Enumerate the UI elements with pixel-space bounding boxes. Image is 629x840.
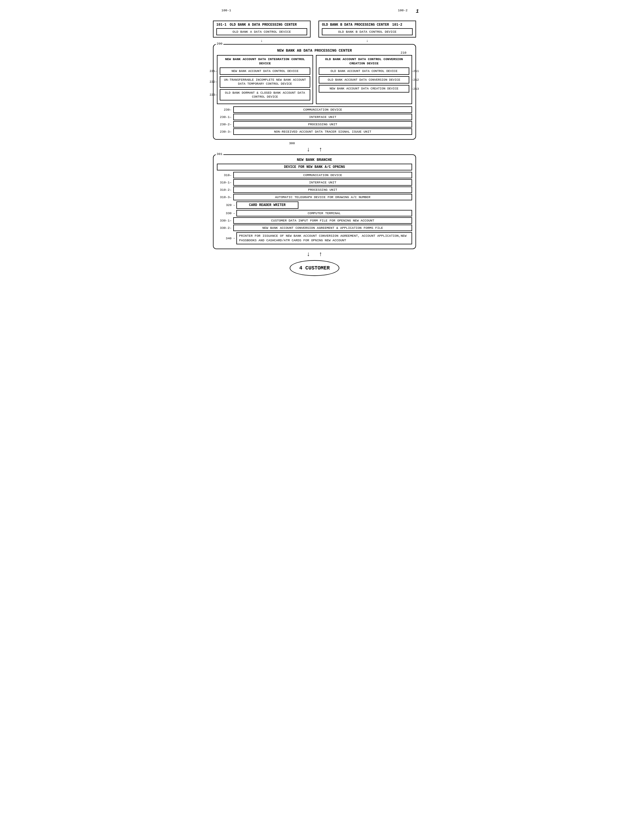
ref-230-2: 230-2– xyxy=(217,122,232,126)
branch-comm-310-3: 310-3– AUTOMATIC TELEGRAPH DEVICE FOR DR… xyxy=(217,194,412,201)
comm-row-230-1: 230-1– INTERFACE UNIT xyxy=(217,114,412,120)
ref-310-3: 310-3– xyxy=(217,195,232,199)
arrow-down-center: ↓ xyxy=(307,146,310,153)
ref-211: –211 xyxy=(411,69,419,73)
diagram-page: 1 100-1 100-2 101-1 OLD BANK A DATA PROC… xyxy=(207,6,422,284)
branch-box-310-1: INTERFACE UNIT xyxy=(233,179,412,186)
branch-computer-row: 330 – COMPUTER TERMINAL xyxy=(217,210,412,216)
ref-310-2: 310-2– xyxy=(217,188,232,192)
left-bank-inner: OLD BANK A DATA CONTROL DEVICE xyxy=(216,28,307,35)
right-bank-ref: 101-2 xyxy=(392,23,402,27)
page-number: 1 xyxy=(416,8,419,14)
ref-213: –213 xyxy=(411,87,419,91)
branch-form-330-1: 330-1– CUSTOMER DATA INPUT FORM FILE FOR… xyxy=(217,217,412,224)
ref-223: 223– xyxy=(210,93,217,96)
right-box-211: OLD BANK ACCOUNT DATA CONTROL DEVICE –21… xyxy=(319,68,409,75)
branch-box-310-2: PROCESSING UNIT xyxy=(233,186,412,193)
right-bank-box: OLD BANK B DATA PROCESSING CENTER 101-2 … xyxy=(318,21,416,38)
left-col-title: NEW BANK ACCOUNT DATA INTEGRATION CONTRO… xyxy=(220,57,310,66)
big-arrows: ↓ ↑ xyxy=(213,146,416,153)
branch-comm-section: 310– COMMUNICATION DEVICE 310-1– INTERFA… xyxy=(217,172,412,201)
customer-section: 4 CUSTOMER xyxy=(213,260,416,276)
card-reader-row: 320 – CARD READER WRITER xyxy=(217,202,412,209)
branch-computer-box: COMPUTER TERMINAL xyxy=(236,210,412,216)
ref-301: 301 xyxy=(216,152,223,156)
ref-222: 222– xyxy=(210,80,217,84)
comm-box-230-3: NON-RECEIVED ACCOUNT DATA TRACER SIGNAL … xyxy=(233,128,412,135)
main-center-box: 200 NEW BANK AB DATA PROCESSING CENTER 2… xyxy=(213,44,416,140)
ref-330: 330 xyxy=(217,212,232,215)
comm-box-230: COMMUNICATION DEVICE xyxy=(233,106,412,113)
ref-300: 300 xyxy=(289,141,295,145)
right-bank-title-row: OLD BANK B DATA PROCESSING CENTER 101-2 xyxy=(322,23,413,27)
left-box-223: OLD BANK DORMANT & CLOSED BANK ACCOUNT D… xyxy=(220,89,310,101)
ref-212: –212 xyxy=(411,78,419,82)
comm-box-230-2: PROCESSING UNIT xyxy=(233,121,412,128)
ref-230: 230– xyxy=(217,108,232,111)
ref-221: 221– xyxy=(210,69,217,73)
branch-printer-box: PRINTER FOR ISSUANCE OF NEW BANK ACCOUNT… xyxy=(236,232,412,244)
customer-label: CUSTOMER xyxy=(306,265,330,271)
branch-comm-310-2: 310-2– PROCESSING UNIT xyxy=(217,186,412,193)
right-box-212: OLD BANK ACCOUNT DATA CONVERSION DEVICE … xyxy=(319,76,409,84)
branch-box-330-2: NEW BANK ACCOUNT CONVERSION AGREEMENT & … xyxy=(233,224,412,231)
ref-100-2: 100-2 xyxy=(398,8,408,12)
ref-340: 340 xyxy=(217,237,232,240)
arrow-left-bank: ↓ xyxy=(213,39,311,43)
comm-row-230-3: 230-3– NON-RECEIVED ACCOUNT DATA TRACER … xyxy=(217,128,412,135)
arrow-right-bank: ↓ xyxy=(318,39,416,43)
left-bank-box: 101-1 OLD BANK A DATA PROCESSING CENTER … xyxy=(213,21,311,38)
branch-printer-row: 340 – PRINTER FOR ISSUANCE OF NEW BANK A… xyxy=(217,232,412,244)
comm-row-230: 230– COMMUNICATION DEVICE xyxy=(217,106,412,113)
arrows-to-customer: ↓ ↑ xyxy=(213,251,416,258)
left-box-221: NEW BANK ACCOUNT DATA CONTROL DEVICE xyxy=(220,68,310,75)
right-bank-title: OLD BANK B DATA PROCESSING CENTER xyxy=(322,23,389,27)
top-banks-section: 101-1 OLD BANK A DATA PROCESSING CENTER … xyxy=(213,21,416,38)
right-bank-inner: OLD BANK B DATA CONTROL DEVICE xyxy=(322,28,413,35)
branch-comm-310-1: 310-1– INTERFACE UNIT xyxy=(217,179,412,186)
ref-330-2: 330-2– xyxy=(217,226,232,230)
center-right-col: OLD BANK ACCOUNT DATA CONTROL CONVERSION… xyxy=(316,55,412,104)
center-ref-210: 210 xyxy=(400,51,407,54)
arrows-from-banks: ↓ ↓ xyxy=(213,39,416,43)
center-left-col: NEW BANK ACCOUNT DATA INTEGRATION CONTRO… xyxy=(217,55,313,104)
branch-subtitle: DEVICE FOR NEW BANK A/C OPNING xyxy=(217,164,412,171)
comm-box-230-1: INTERFACE UNIT xyxy=(233,114,412,120)
arrow-up-center: ↑ xyxy=(319,146,322,153)
arrow-up-from-customer: ↑ xyxy=(319,251,322,258)
center-ref-200: 200 xyxy=(216,42,223,46)
branch-box-330-1: CUSTOMER DATA INPUT FORM FILE FOR OPENIN… xyxy=(233,217,412,224)
left-bank-ref: 101-1 xyxy=(216,23,227,27)
customer-oval: 4 CUSTOMER xyxy=(290,260,339,276)
customer-number: 4 xyxy=(299,265,303,271)
ref-100-1: 100-1 xyxy=(221,8,231,12)
ref-320: 320 xyxy=(217,204,232,207)
ref-230-3: 230-3– xyxy=(217,130,232,133)
arrow-down-to-customer: ↓ xyxy=(307,251,310,258)
branch-title: NEW BANK BRANCHE xyxy=(217,158,412,162)
ref-230-1: 230-1– xyxy=(217,115,232,119)
card-reader-box: CARD READER WRITER xyxy=(236,202,298,209)
branch-box-310-3: AUTOMATIC TELEGRAPH DEVICE FOR DRAWING A… xyxy=(233,194,412,201)
branch-box: 301 NEW BANK BRANCHE DEVICE FOR NEW BANK… xyxy=(213,154,416,249)
left-bank-ref-title: 101-1 OLD BANK A DATA PROCESSING CENTER xyxy=(216,23,307,27)
ref-310: 310– xyxy=(217,173,232,177)
branch-comm-310: 310– COMMUNICATION DEVICE xyxy=(217,172,412,178)
center-title: NEW BANK AB DATA PROCESSING CENTER xyxy=(217,49,412,53)
comm-row-230-2: 230-2– PROCESSING UNIT xyxy=(217,121,412,128)
branch-box-310: COMMUNICATION DEVICE xyxy=(233,172,412,178)
left-box-222: UN-TRANSFERRABLE INCOMPLETE NEW BANK ACC… xyxy=(220,76,310,88)
center-columns: NEW BANK ACCOUNT DATA INTEGRATION CONTRO… xyxy=(217,55,412,104)
ref-310-1: 310-1– xyxy=(217,181,232,184)
right-box-213: NEW BANK ACCOUNT DATA CREATION DEVICE –2… xyxy=(319,85,409,92)
left-bank-title: OLD BANK A DATA PROCESSING CENTER xyxy=(230,23,297,27)
ref-330-1: 330-1– xyxy=(217,219,232,223)
branch-form-330-2: 330-2– NEW BANK ACCOUNT CONVERSION AGREE… xyxy=(217,224,412,231)
right-col-title: OLD BANK ACCOUNT DATA CONTROL CONVERSION… xyxy=(319,57,409,66)
comm-section: 230– COMMUNICATION DEVICE 230-1– INTERFA… xyxy=(217,106,412,135)
